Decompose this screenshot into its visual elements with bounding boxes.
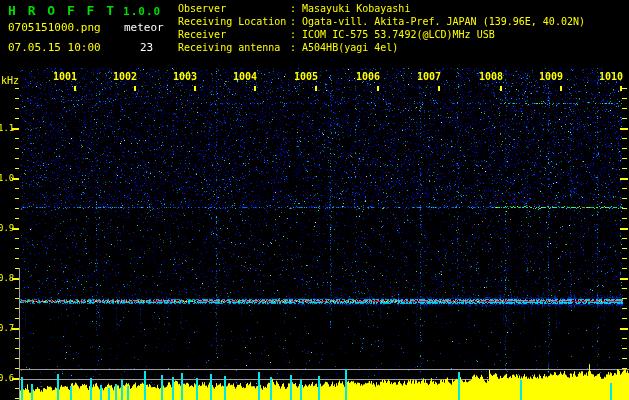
spectrogram-canvas [0,0,629,400]
info-row-location: Receiving Location:Ogata-vill. Akita-Pre… [178,15,585,28]
time-tick-label: 1009 [539,71,563,82]
time-tick-label: 1003 [173,71,197,82]
app-title-text: H R O F F T [8,3,116,18]
time-tick-label: 1008 [479,71,503,82]
info-value: A504HB(yagi 4el) [302,41,398,54]
output-filename: 0705151000.png [8,21,101,34]
hrofft-screen: H R O F F T1.0.0 0705151000.png meteor 0… [0,0,629,400]
time-tick-label: 1001 [53,71,77,82]
freq-tick-label: 0.6 [0,372,12,384]
mode-label: meteor [124,21,164,34]
info-row-antenna: Receiving antenna:A504HB(yagi 4el) [178,41,585,54]
time-tick-label: 1002 [113,71,137,82]
freq-tick-label: 0.9 [0,222,12,234]
colon: : [290,41,296,54]
echo-count: 23 [140,41,153,54]
colon: : [290,15,296,28]
time-tick-label: 1005 [294,71,318,82]
info-row-receiver: Receiver:ICOM IC-575 53.7492(@LCD)MHz US… [178,28,585,41]
time-tick-label: 1006 [356,71,380,82]
info-row-observer: Observer:Masayuki Kobayashi [178,2,585,15]
info-value: ICOM IC-575 53.7492(@LCD)MHz USB [302,28,495,41]
freq-tick-label: 1.0 [0,172,12,184]
freq-tick-label: 1.1 [0,122,12,134]
info-label: Receiving antenna [178,41,290,54]
time-tick-label: 1010 [599,71,623,82]
info-label: Receiving Location [178,15,290,28]
freq-axis-unit: kHz [1,75,19,86]
freq-tick-label: 0.7 [0,322,12,334]
app-title: H R O F F T1.0.0 [8,3,161,18]
info-label: Observer [178,2,290,15]
freq-tick-label: 0.8 [0,272,12,284]
app-version: 1.0.0 [123,5,161,18]
info-value: Masayuki Kobayashi [302,2,410,15]
info-label: Receiver [178,28,290,41]
info-value: Ogata-vill. Akita-Pref. JAPAN (139.96E, … [302,15,585,28]
time-tick-label: 1007 [417,71,441,82]
observation-datetime: 07.05.15 10:00 [8,41,101,54]
time-tick-label: 1004 [233,71,257,82]
colon: : [290,2,296,15]
station-info: Observer:Masayuki Kobayashi Receiving Lo… [178,2,585,54]
colon: : [290,28,296,41]
